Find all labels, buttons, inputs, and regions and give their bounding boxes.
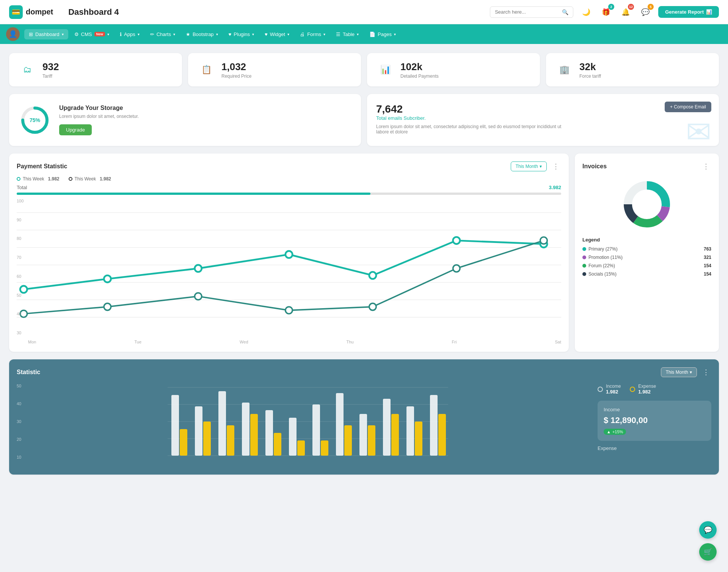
moon-icon[interactable]: 🌙 (579, 5, 593, 19)
sidebar-item-forms[interactable]: 🖨 Forms ▾ (295, 29, 330, 39)
legend-color-socials (582, 272, 586, 276)
invoices-legend-title: Legend (582, 237, 711, 243)
sidebar-item-apps[interactable]: ℹ Apps ▾ (115, 29, 144, 39)
cms-new-badge: New (94, 32, 105, 36)
forms-icon: 🖨 (300, 31, 305, 37)
invoices-card: Invoices ⋮ Legend (575, 154, 719, 352)
svg-rect-47 (336, 393, 344, 456)
svg-point-21 (453, 265, 460, 272)
detailed-payments-number: 102k (400, 61, 439, 73)
storage-title: Upgrade Your Storage (59, 105, 139, 111)
payment-more-button[interactable]: ⋮ (551, 161, 561, 172)
bootstrap-label: Bootstrap (193, 31, 214, 37)
apps-icon: ℹ (120, 31, 122, 37)
storage-info: Upgrade Your Storage Lorem ipsum dolor s… (59, 105, 139, 135)
sidebar-item-cms[interactable]: ⚙ CMS New ▾ (70, 29, 114, 39)
plugins-icon: ♥ (229, 31, 232, 37)
stats-row: 🗂 932 Tariff 📋 1,032 Required Price 📊 10… (9, 53, 719, 86)
sidebar-item-plugins[interactable]: ♥ Plugins ▾ (224, 29, 259, 39)
total-label: Total (17, 185, 27, 190)
svg-rect-51 (383, 399, 391, 456)
income-expense-row: Income 1.982 Expense 1.982 (598, 384, 711, 395)
forms-label: Forms (307, 31, 321, 37)
bell-badge: 12 (628, 4, 634, 10)
svg-rect-54 (415, 422, 422, 456)
this-month-button[interactable]: This Month ▾ (511, 161, 547, 171)
statistic-this-month-button[interactable]: This Month ▾ (661, 367, 697, 377)
income-detail-label: Income (604, 407, 705, 412)
logo-text: dompet (26, 8, 53, 16)
search-icon: 🔍 (562, 9, 568, 15)
legend-value-2: 1.982 (100, 176, 111, 182)
logo-icon: 💳 (9, 5, 23, 19)
expense-dot (630, 387, 635, 392)
income-badge-text: +15% (612, 429, 623, 434)
tariff-number: 932 (42, 61, 59, 73)
legend-color-promotion (582, 255, 586, 259)
bell-icon[interactable]: 🔔 12 (619, 5, 632, 19)
donut-svg (620, 178, 673, 231)
statistic-title: Statistic (17, 369, 40, 376)
stat-card-detailed-payments: 📊 102k Detailed Payments (367, 53, 540, 86)
svg-rect-42 (274, 433, 281, 456)
expense-value: 1.982 (638, 389, 656, 395)
sidebar-item-widget[interactable]: ♥ Widget ▾ (260, 29, 294, 39)
invoices-more-button[interactable]: ⋮ (701, 161, 711, 172)
tariff-label: Tariff (42, 74, 59, 79)
svg-point-18 (195, 293, 201, 300)
svg-rect-39 (242, 403, 249, 456)
svg-rect-56 (438, 414, 446, 456)
legend-dot-dark (69, 177, 72, 181)
logo: 💳 dompet (9, 5, 53, 19)
invoices-title: Invoices (582, 163, 607, 170)
income-detail-value: $ 12,890,00 (604, 415, 705, 425)
payment-total: Total 3.982 (17, 185, 561, 190)
sidebar-item-dashboard[interactable]: ⊞ Dashboard ▾ (24, 29, 68, 39)
force-tariff-label: Force tariff (579, 74, 601, 79)
stat-info-detailed-payments: 102k Detailed Payments (400, 61, 439, 79)
sidebar-item-table[interactable]: ☰ Table ▾ (331, 29, 363, 39)
storage-description: Lorem ipsum dolor sit amet, onsectetur. (59, 114, 139, 119)
chat-icon[interactable]: 💬 5 (639, 5, 652, 19)
sidebar-item-charts[interactable]: ✏ Charts ▾ (146, 29, 180, 39)
income-item: Income 1.982 (598, 384, 621, 395)
compose-email-button[interactable]: + Compose Email (665, 102, 711, 112)
payment-title: Payment Statistic (17, 163, 67, 170)
email-description: Lorem ipsum dolor sit amet, consectetur … (376, 124, 566, 135)
sidebar-item-bootstrap[interactable]: ★ Bootstrap ▾ (181, 29, 223, 39)
email-count: 7,642 (376, 103, 710, 115)
pages-icon: 📄 (369, 31, 375, 37)
upgrade-button[interactable]: Upgrade (59, 124, 92, 135)
stat-card-force-tariff: 🏢 32k Force tariff (546, 53, 719, 86)
expense-item: Expense 1.982 (630, 384, 656, 395)
sidebar-item-pages[interactable]: 📄 Pages ▾ (365, 29, 400, 39)
legend-val-forum: 154 (704, 263, 711, 268)
svg-point-14 (453, 237, 460, 244)
storage-progress: 75% (20, 105, 50, 135)
chevron-down-icon-widget: ▾ (287, 32, 289, 36)
legend-dot-teal (17, 177, 20, 181)
chevron-down-icon-apps: ▾ (138, 32, 140, 36)
search-input[interactable] (495, 9, 559, 15)
svg-rect-46 (321, 440, 328, 456)
storage-card: 75% Upgrade Your Storage Lorem ipsum dol… (9, 94, 361, 146)
line-chart-svg (17, 199, 561, 338)
chevron-down-icon-month: ▾ (540, 164, 542, 169)
y-axis: 100 90 80 70 60 50 40 30 (17, 199, 28, 335)
svg-point-10 (104, 276, 111, 282)
generate-report-button[interactable]: Generate Report 📊 (658, 6, 719, 18)
charts-label: Charts (157, 31, 171, 37)
statistic-more-button[interactable]: ⋮ (701, 367, 711, 378)
payment-legend: This Week 1.982 This Week 1.982 (17, 176, 561, 182)
svg-point-13 (369, 272, 376, 279)
table-icon: ☰ (336, 31, 340, 37)
gift-icon[interactable]: 🎁 2 (599, 5, 613, 19)
plugins-label: Plugins (234, 31, 250, 37)
statistic-card: Statistic This Month ▾ ⋮ 50 40 30 20 (9, 359, 719, 475)
svg-rect-44 (297, 440, 305, 456)
stat-info-tariff: 932 Tariff (42, 61, 59, 79)
legend-color-primary (582, 247, 586, 251)
statistic-month-label: This Month (666, 370, 688, 375)
widget-label: Widget (270, 31, 285, 37)
tariff-icon: 🗂 (18, 61, 36, 79)
